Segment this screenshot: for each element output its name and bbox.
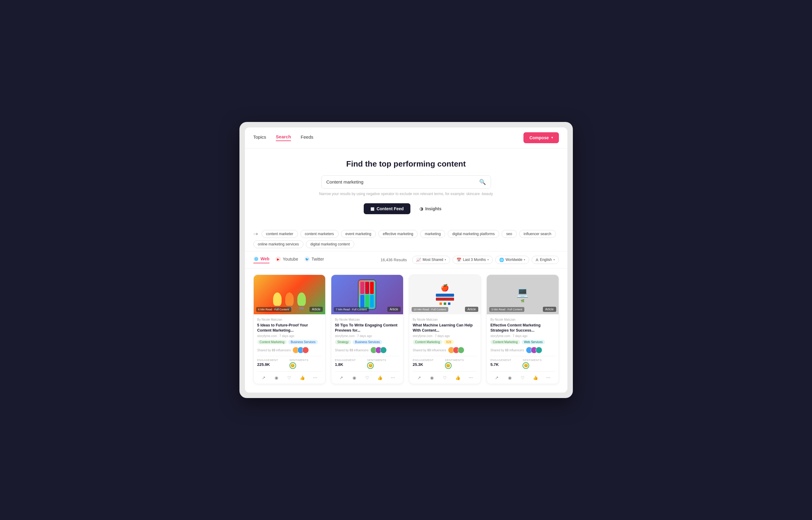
tag-effective-marketing[interactable]: effective marketing <box>378 230 418 238</box>
search-icon: 🔍 <box>479 179 486 185</box>
filter-row: 🌐 Web ▶ Youtube 🐦 Twitter 16,436 Results… <box>245 252 567 268</box>
card-3-author: By Nicole Malczan <box>413 318 477 321</box>
card-2-author: By Nicole Malczan <box>335 318 399 321</box>
card-3-tag-0[interactable]: Content Marketing <box>413 340 443 344</box>
card-4-share-btn[interactable]: ↗ <box>491 374 503 381</box>
tag-event-marketing[interactable]: event marketing <box>341 230 376 238</box>
card-2-body: By Nicole Malczan 50 Tips To Write Engag… <box>331 314 403 384</box>
tag-digital-marketing-platforms[interactable]: digital marketing platforms <box>448 230 499 238</box>
card-4-more-btn[interactable]: ⋯ <box>542 374 555 381</box>
card-2-rss-btn[interactable]: ◉ <box>348 374 361 381</box>
card-1-influencers: Shared by 03 influencers <box>257 347 322 354</box>
card-4-tags: Content Marketing Web Services <box>491 340 555 344</box>
card-2-title[interactable]: 50 Tips To Write Engaging Content Previe… <box>335 323 399 333</box>
card-1-thumb-btn[interactable]: 👍 <box>296 374 309 381</box>
card-1-stats: ENGAGEMENT 225.9K SENTIMENTS 😊 <box>257 356 322 369</box>
card-1-tag-1[interactable]: Business Services <box>288 340 318 344</box>
tag-content-marketer[interactable]: content marketer <box>261 230 298 238</box>
card-4-heart-btn[interactable]: ♡ <box>516 374 529 381</box>
search-input[interactable] <box>327 179 479 184</box>
card-4-thumb-btn[interactable]: 👍 <box>529 374 542 381</box>
card-3-engagement: ENGAGEMENT 25.3K <box>413 359 445 369</box>
nav-feeds[interactable]: Feeds <box>301 134 313 141</box>
tags-row: ⇢ content marketer content marketers eve… <box>245 227 567 252</box>
card-1-heart-btn[interactable]: ♡ <box>283 374 296 381</box>
avatar-9 <box>458 347 464 354</box>
calendar-icon: 📅 <box>456 258 461 262</box>
source-tab-youtube[interactable]: ▶ Youtube <box>276 256 298 263</box>
filter-most-shared[interactable]: 📈 Most Shared ▾ <box>412 256 450 264</box>
card-2-heart-btn[interactable]: ♡ <box>361 374 374 381</box>
tag-content-marketers[interactable]: content marketers <box>300 230 339 238</box>
card-4-tag-0[interactable]: Content Marketing <box>491 340 520 344</box>
card-2-thumb-btn[interactable]: 👍 <box>374 374 387 381</box>
card-3: 🍎 10 Min Read · Full Content Article <box>409 275 481 384</box>
card-1-title[interactable]: 5 Ideas to Future-Proof Your Content Mar… <box>257 323 322 333</box>
source-tab-twitter[interactable]: 🐦 Twitter <box>304 256 324 263</box>
card-3-badge: Article <box>465 307 478 312</box>
nav-links: Topics Search Feeds <box>253 134 313 141</box>
card-3-avatar-stack <box>448 347 464 354</box>
compose-button[interactable]: Compose ▾ <box>524 132 559 143</box>
nav-search[interactable]: Search <box>276 134 291 141</box>
card-4-tag-1[interactable]: Web Services <box>522 340 545 344</box>
card-2: 7 Min Read · Full Content Article By Nic… <box>331 275 403 384</box>
card-1-share-btn[interactable]: ↗ <box>257 374 270 381</box>
chart-icon: ◑ <box>419 206 423 211</box>
tag-marketing[interactable]: marketing <box>420 230 445 238</box>
card-2-avatar-stack <box>370 347 387 354</box>
search-button[interactable]: 🔍 <box>479 179 486 185</box>
card-4-actions: ↗ ◉ ♡ 👍 ⋯ <box>491 371 555 381</box>
card-2-share-btn[interactable]: ↗ <box>335 374 348 381</box>
nav-topics[interactable]: Topics <box>253 134 267 141</box>
youtube-icon: ▶ <box>276 256 281 262</box>
filter-pills: 📈 Most Shared ▾ 📅 Last 3 Months ▾ 🌐 Worl… <box>412 256 559 264</box>
app-window: Topics Search Feeds Compose ▾ Find the t… <box>245 127 567 393</box>
chevron-period-icon: ▾ <box>487 258 489 261</box>
card-4-author: By Nicole Malczan <box>491 318 555 321</box>
card-3-heart-btn[interactable]: ♡ <box>439 374 452 381</box>
card-1-rss-btn[interactable]: ◉ <box>270 374 283 381</box>
filter-region[interactable]: 🌐 Worldwide ▾ <box>495 256 530 264</box>
sentiment-icon-2: 😊 <box>367 362 374 369</box>
card-1-meta: storyfyme.com · 7 days ago <box>257 334 322 338</box>
card-3-share-btn[interactable]: ↗ <box>413 374 426 381</box>
web-icon: 🌐 <box>253 256 259 261</box>
filter-period[interactable]: 📅 Last 3 Months ▾ <box>452 256 493 264</box>
hero-title: Find the top performing content <box>251 159 561 169</box>
card-1-image: 6 Min Read · Full Content Article <box>254 275 326 314</box>
card-1-tag-0[interactable]: Content Marketing <box>257 340 287 344</box>
source-tab-web[interactable]: 🌐 Web <box>253 256 270 263</box>
card-1-sentiments: SENTIMENTS 😊 <box>289 359 321 369</box>
card-1-tags: Content Marketing Business Services <box>257 340 322 344</box>
card-3-shared-label: Shared by 03 influencers <box>413 348 446 352</box>
card-3-title[interactable]: What Machine Learning Can Help With Cont… <box>413 323 477 333</box>
card-2-tag-0[interactable]: Strategy <box>335 340 351 344</box>
card-3-tags: Content Marketing 828 <box>413 340 477 344</box>
card-3-rss-btn[interactable]: ◉ <box>425 374 439 381</box>
card-2-tag-1[interactable]: Business Services <box>353 340 382 344</box>
card-4-influencers: Shared by 03 influencers <box>491 347 555 354</box>
filter-language[interactable]: A English ▾ <box>532 256 559 264</box>
card-4-title[interactable]: Effective Content Marketing Strategies f… <box>491 323 555 333</box>
card-2-more-btn[interactable]: ⋯ <box>387 374 399 381</box>
tag-digital-marketing-content[interactable]: digital marketing content <box>306 240 354 248</box>
tab-insights[interactable]: ◑ Insights <box>413 203 448 214</box>
card-4-image: 💻 🌿 3 Min Read · Full Content Article <box>487 275 559 314</box>
card-4-read-time: 3 Min Read · Full Content <box>489 307 524 312</box>
tag-online-marketing-services[interactable]: online marketing services <box>253 240 303 248</box>
tab-content-feed[interactable]: ▦ Content Feed <box>364 203 410 214</box>
tag-influencer-search[interactable]: influencer search <box>519 230 556 238</box>
card-3-tag-1[interactable]: 828 <box>444 340 454 344</box>
tag-seo[interactable]: seo <box>502 230 516 238</box>
twitter-icon: 🐦 <box>304 256 310 262</box>
card-3-more-btn[interactable]: ⋯ <box>464 374 477 381</box>
card-3-meta: storyfyme.com · 7 days ago <box>413 334 477 338</box>
card-4-badge: Article <box>543 307 556 312</box>
card-1-body: By Nicole Malczan 5 Ideas to Future-Proo… <box>254 314 326 384</box>
card-2-actions: ↗ ◉ ♡ 👍 ⋯ <box>335 371 399 381</box>
card-4-rss-btn[interactable]: ◉ <box>503 374 516 381</box>
globe-icon: 🌐 <box>499 258 504 262</box>
card-1-more-btn[interactable]: ⋯ <box>309 374 322 381</box>
card-3-thumb-btn[interactable]: 👍 <box>451 374 464 381</box>
